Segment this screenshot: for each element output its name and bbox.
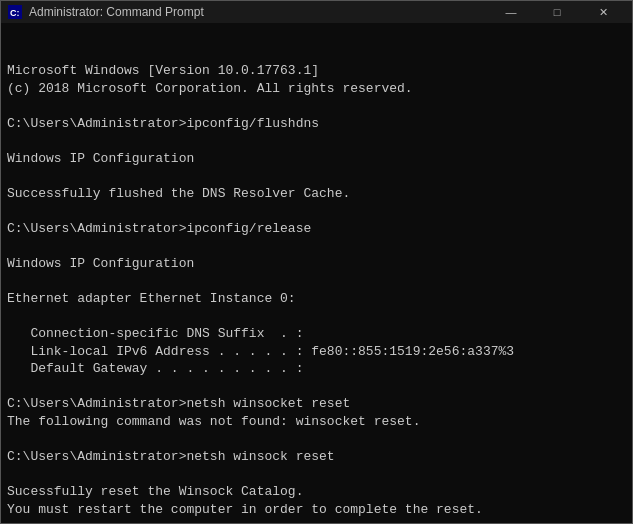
window-title: Administrator: Command Prompt	[29, 5, 488, 19]
maximize-button[interactable]: □	[534, 1, 580, 23]
window-controls: — □ ✕	[488, 1, 626, 23]
cmd-icon: C:	[7, 4, 23, 20]
minimize-button[interactable]: —	[488, 1, 534, 23]
svg-text:C:: C:	[10, 8, 20, 18]
title-bar: C: Administrator: Command Prompt — □ ✕	[1, 1, 632, 23]
terminal-lines: Microsoft Windows [Version 10.0.17763.1]…	[7, 62, 626, 523]
cmd-window: C: Administrator: Command Prompt — □ ✕ M…	[0, 0, 633, 524]
terminal-output[interactable]: Microsoft Windows [Version 10.0.17763.1]…	[1, 23, 632, 523]
close-button[interactable]: ✕	[580, 1, 626, 23]
